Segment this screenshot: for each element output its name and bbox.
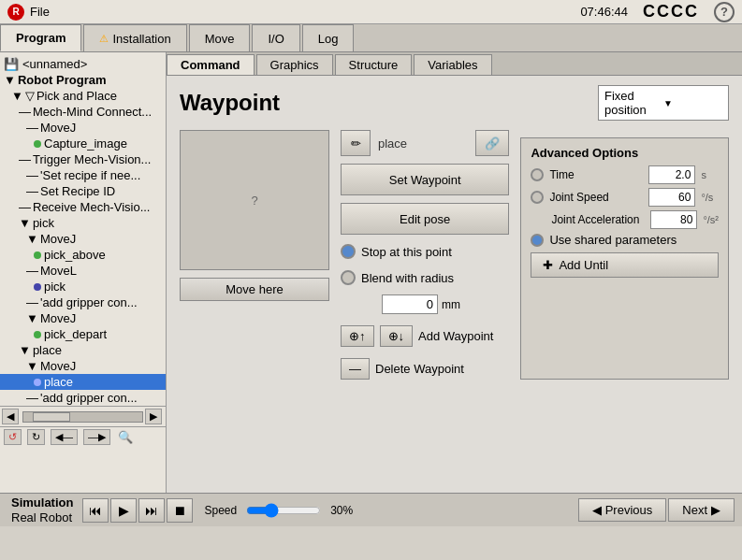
tree-mech-connect[interactable]: — Mech-Mind Connect... [0,104,166,120]
tree-set-recipe-id[interactable]: — Set Recipe ID [0,183,166,199]
real-robot-option[interactable]: Real Robot [11,510,73,524]
joint-accel-unit: °/s² [703,214,719,225]
tree-icon: — [26,264,38,278]
tree-icon: — [26,391,38,405]
tree-label: Receive Mech-Visio... [33,200,150,214]
back-btn[interactable]: ◀— [51,429,78,445]
tree-trigger-vision[interactable]: — Trigger Mech-Vision... [0,151,166,167]
sidebar-filename: 💾 <unnamed> [0,56,166,72]
next-button[interactable]: Next ▶ [668,498,735,522]
tab-move-label: Move [205,32,235,46]
tab-installation[interactable]: ⚠ Installation [83,24,186,51]
scroll-track[interactable] [22,411,143,423]
tree-add-gripper-1[interactable]: — 'add gripper con... [0,294,166,310]
tree-pick-above[interactable]: pick_above [0,247,166,263]
set-waypoint-button[interactable]: Set Waypoint [341,164,509,195]
tree-movej-1[interactable]: — MoveJ [0,120,166,136]
undo-btn[interactable]: ↺ [4,429,22,445]
sidebar-scrollbar[interactable]: ◀ ▶ [0,406,166,426]
plus-icon: ✚ [543,258,553,272]
shared-params-radio[interactable] [531,234,544,247]
tree-place-selected[interactable]: place [0,374,166,390]
tree-movej-pick[interactable]: ▼ MoveJ [0,231,166,247]
tree-label: Trigger Mech-Vision... [33,152,151,166]
blend-radius-radio[interactable] [341,270,356,285]
speed-slider[interactable] [246,503,321,518]
help-button[interactable]: ? [714,2,735,22]
tree-label: 'add gripper con... [40,391,138,405]
tree-pick-place[interactable]: ▼ ▽ Pick and Place [0,88,166,104]
joint-accel-spacer [531,213,544,226]
tree-pick-depart[interactable]: pick_depart [0,326,166,342]
joint-speed-radio[interactable] [531,191,544,204]
tab-io-label: I/O [268,32,284,46]
link-button[interactable]: 🔗 [475,130,509,156]
inner-tabs: Command Graphics Structure Variables [167,52,742,76]
speed-label: Speed [204,504,237,517]
tree-pick-dot[interactable]: pick [0,279,166,294]
tree-movej-place[interactable]: ▼ MoveJ [0,358,166,374]
tree-set-recipe[interactable]: — 'Set recipe if nee... [0,167,166,183]
stop-at-point-row: Stop at this point [341,242,509,261]
time-radio[interactable] [531,168,544,181]
move-here-button[interactable]: Move here [180,278,329,301]
waypoint-panel: Waypoint Fixed position ▼ ? Move here [167,76,742,493]
tree-capture-image[interactable]: Capture_image [0,136,166,151]
tree-add-gripper-2[interactable]: — 'add gripper con... [0,390,166,406]
tab-variables[interactable]: Variables [414,54,491,75]
joint-accel-input[interactable] [650,210,697,229]
tab-log-label: Log [318,32,339,46]
tab-command[interactable]: Command [167,54,255,75]
tab-log[interactable]: Log [302,24,355,51]
skip-fwd-button[interactable]: ⏭ [138,498,165,523]
blend-value-input[interactable] [382,294,438,314]
position-type-dropdown[interactable]: Fixed position ▼ [598,85,729,121]
fwd-btn[interactable]: —▶ [83,429,110,445]
skip-back-button[interactable]: ⏮ [82,498,109,523]
installation-warning-icon: ⚠ [99,33,109,45]
tree-label: place [33,343,62,357]
app-logo: R [7,4,24,21]
blend-radius-row: Blend with radius [341,268,509,287]
edit-name-button[interactable]: ✏ [341,130,371,156]
stop-button[interactable]: ⏹ [167,498,193,523]
sidebar: 💾 <unnamed> ▼ Robot Program ▼ ▽ Pick and… [0,52,167,493]
edit-pose-button[interactable]: Edit pose [341,203,509,235]
delete-waypoint-button[interactable]: — [341,358,370,380]
redo-btn[interactable]: ↻ [27,429,45,445]
expand-icon: ▼ [11,89,23,103]
scroll-thumb[interactable] [33,412,70,422]
play-button[interactable]: ▶ [110,498,137,523]
previous-button[interactable]: ◀ Previous [578,498,667,522]
expand-icon: ▼ [19,343,31,357]
previous-label: Previous [605,503,653,517]
joint-speed-input[interactable] [648,188,695,207]
add-until-label: Add Until [559,258,608,272]
scroll-right-btn[interactable]: ▶ [145,409,162,424]
next-label: Next [682,503,707,517]
tab-io[interactable]: I/O [252,24,299,51]
expand-icon: ▼ [19,216,31,230]
tab-program-label: Program [16,31,65,45]
tree-movej-2[interactable]: ▼ MoveJ [0,310,166,326]
tab-command-label: Command [181,58,240,72]
simulation-option[interactable]: Simulation [11,495,73,510]
tab-structure[interactable]: Structure [335,54,413,75]
add-waypoint-up-button[interactable]: ⊕↑ [341,325,374,347]
tree-robot-program[interactable]: ▼ Robot Program [0,72,166,88]
tree-place-folder[interactable]: ▼ place [0,342,166,358]
delete-waypoint-row: — Delete Waypoint [341,358,509,380]
tab-graphics[interactable]: Graphics [256,54,333,75]
tree-pick-folder[interactable]: ▼ pick [0,215,166,231]
tree-movel[interactable]: — MoveL [0,263,166,279]
tab-program[interactable]: Program [0,24,81,51]
add-until-button[interactable]: ✚ Add Until [531,252,719,278]
tree-receive-vision[interactable]: — Receive Mech-Visio... [0,199,166,215]
zoom-in-icon: 🔍 [118,430,133,444]
stop-at-point-radio[interactable] [341,244,356,259]
add-waypoint-down-button[interactable]: ⊕↓ [380,325,414,347]
tree-label: MoveJ [40,121,76,135]
time-input[interactable] [648,165,695,184]
scroll-left-btn[interactable]: ◀ [2,409,19,424]
tab-move[interactable]: Move [189,24,251,51]
